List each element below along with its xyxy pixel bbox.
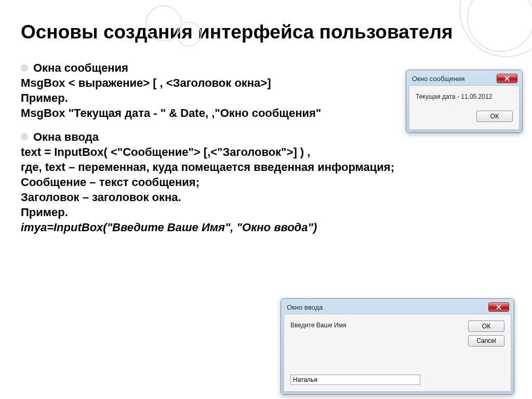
section-heading-msgbox: Окна сообщения (33, 60, 128, 75)
msgbox-text: Текущая дата - 11.05.2012 (416, 93, 513, 100)
bullet-icon (21, 64, 28, 72)
code-line: Пример. (21, 205, 511, 220)
code-line: где, text – переменная, куда помещается … (21, 159, 511, 175)
inputbox-ok-button[interactable]: ОК (468, 321, 504, 332)
slide-title: Основы создания интерфейса пользователя (0, 0, 532, 44)
section-heading-inputbox: Окна ввода (33, 129, 99, 144)
code-line: text = InputBox( <"Сообщение"> [,<"Загол… (21, 144, 511, 159)
msgbox-dialog: Окно сообщения Текущая дата - 11.05.2012… (406, 70, 523, 133)
msgbox-title: Окно сообщения (412, 75, 465, 83)
inputbox-title: Окно ввода (287, 303, 323, 311)
inputbox-text-field[interactable] (290, 375, 420, 385)
msgbox-ok-button[interactable]: ОК (476, 111, 513, 122)
code-line: Заголовок – заголовок окна. (21, 190, 511, 205)
bullet-icon (21, 133, 28, 140)
close-icon[interactable] (488, 302, 509, 312)
inputbox-cancel-button[interactable]: Cancel (468, 335, 504, 347)
close-icon[interactable] (497, 74, 517, 83)
code-line: Сообщение – текст сообщения; (21, 175, 511, 190)
inputbox-dialog: Окно ввода Введите Ваше Имя ОК Cancel (281, 298, 514, 395)
code-line: imya=InputBox("Введите Ваше Имя", "Окно … (21, 220, 511, 235)
